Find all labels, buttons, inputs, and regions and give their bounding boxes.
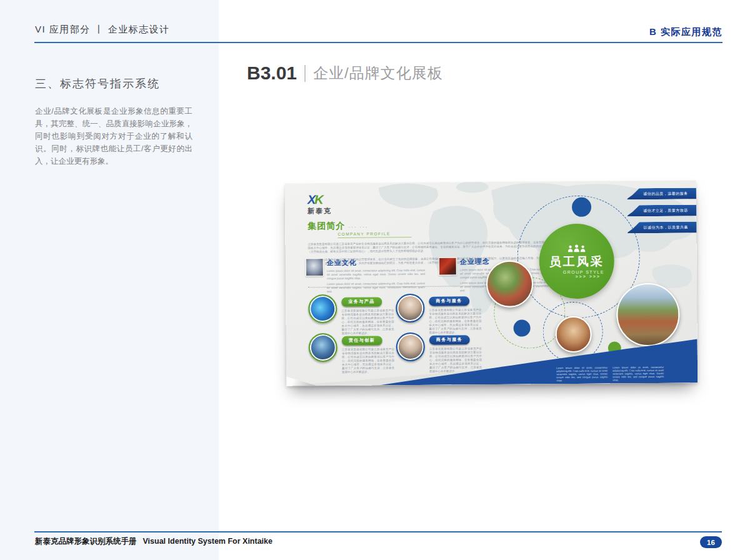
feature-photo-service <box>396 294 424 322</box>
wave-note-text: Lorem ipsum dolor sit amet, consectetur … <box>612 366 664 382</box>
culture-photo <box>306 258 324 276</box>
page-title-text: 企业/品牌文化展板 <box>313 63 443 83</box>
culture-section-title: 企业文化 <box>327 258 425 268</box>
accent-dot-blue-top <box>572 198 591 217</box>
footer-rule <box>34 531 722 532</box>
footer-manual-title: 新泰克品牌形象识别系统手册Visual Identity System For … <box>35 536 272 547</box>
logo-mark-icon: XK <box>308 193 332 206</box>
company-profile-subtitle: COMPANY PROFILE <box>338 231 411 238</box>
chevron-arrows-decoration: >>> >>> <box>575 274 601 278</box>
footer-manual-title-en: Visual Identity System For Xintaike <box>143 537 272 546</box>
feature-item: 业务与产品 江苏泰克集团有限公司是江苏省泰克产业专业物流服务提供商及系统解决方案… <box>308 294 392 336</box>
header-section-title: VI 应用部分 丨 企业标志设计 <box>35 24 170 36</box>
idea-photo <box>439 257 457 275</box>
culture-section: 企业文化 Lorem ipsum dolor sit amet, consect… <box>306 258 425 294</box>
title-dots-decoration: ··· ··· <box>348 224 368 230</box>
sidebar-section-heading: 三、标志符号指示系统 <box>35 76 160 91</box>
intro-paragraph: 江苏泰克集团有限公司是江苏省泰克产业的专业物流服务提供商及系统解决方案供应商，公… <box>308 241 552 254</box>
people-icon <box>568 244 586 252</box>
feature-label-pill: 商务与服务 <box>429 296 469 306</box>
employee-style-circle: 员工风采 GROUP STYLE >>> >>> <box>539 223 614 299</box>
header-chapter-title: B 实际应用规范 <box>649 26 722 38</box>
culture-section-text: Lorem ipsum dolor sit amet, consectetur … <box>327 269 425 281</box>
title-divider <box>304 65 306 82</box>
vi-manual-page: VI 应用部分 丨 企业标志设计 B 实际应用规范 三、标志符号指示系统 企业/… <box>0 0 750 560</box>
page-code: B3.01 <box>247 62 297 84</box>
culture-section-text: Lorem ipsum dolor sit amet, consectetur … <box>327 282 425 294</box>
photo-runners <box>486 260 534 308</box>
company-profile-title: 集团简介 <box>308 221 345 232</box>
culture-board-artwork: XK 新泰克 集团简介 ··· ··· COMPANY PROFILE 江苏泰克… <box>285 180 698 386</box>
feature-photo-products <box>308 294 337 323</box>
logo-name: 新泰克 <box>308 206 332 216</box>
footer-manual-title-cn: 新泰克品牌形象识别系统手册 <box>35 537 137 546</box>
page-number-badge: 16 <box>700 536 722 548</box>
feature-item: 商务与服务 江苏泰克集团有限公司是江苏省泰克产业专业物流服务提供商及系统解决方案… <box>396 293 480 335</box>
header-rule <box>34 42 722 43</box>
sidebar-description: 企业/品牌文化展板是企业形象信息的重要工具，其完整、统一、品质直接影响企业形象，… <box>35 105 192 168</box>
wave-note-text: Lorem ipsum dolor sit amet, consectetur … <box>556 366 608 382</box>
company-logo: XK 新泰克 <box>308 193 332 216</box>
feature-label-pill: 业务与产品 <box>341 297 382 307</box>
feature-text: 江苏泰克集团有限公司是江苏省泰克产业专业物流服务提供商及系统解决方案供应商，公司… <box>429 308 481 335</box>
employee-style-title: 员工风采 <box>549 253 604 270</box>
page-title: B3.01 企业/品牌文化展板 <box>247 62 443 84</box>
feature-text: 江苏泰克集团有限公司是江苏省泰克产业专业物流服务提供商及系统解决方案供应商，公司… <box>341 309 394 336</box>
